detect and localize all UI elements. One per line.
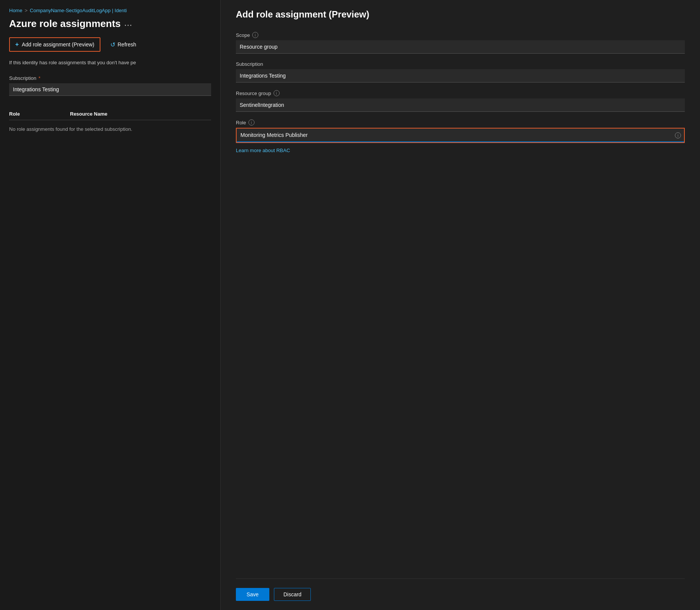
scope-label: Scope i — [236, 32, 685, 38]
resource-group-info-icon[interactable]: i — [274, 90, 280, 96]
subscription-label: Subscription * — [9, 75, 211, 81]
save-button[interactable]: Save — [236, 588, 269, 601]
scope-input[interactable] — [236, 40, 685, 54]
subscription-section: Subscription * — [9, 75, 211, 103]
ellipsis-menu-button[interactable]: ... — [124, 20, 132, 28]
breadcrumb-separator: > — [25, 8, 28, 13]
add-role-assignment-button[interactable]: + Add role assignment (Preview) — [9, 37, 100, 52]
breadcrumb-current[interactable]: CompanyName-SectigoAuditLogApp | Identi — [30, 8, 127, 13]
role-label: Role i — [236, 119, 685, 125]
breadcrumb-home[interactable]: Home — [9, 8, 22, 13]
toolbar: + Add role assignment (Preview) ↺ Refres… — [9, 37, 211, 52]
page-title: Azure role assignments ... — [9, 18, 211, 30]
refresh-icon: ↺ — [110, 41, 115, 48]
add-role-button-label: Add role assignment (Preview) — [22, 41, 94, 48]
discard-button[interactable]: Discard — [274, 588, 311, 601]
scope-info-icon[interactable]: i — [252, 32, 258, 38]
subscription-section-right: Subscription — [236, 61, 685, 83]
table-col-role-header: Role — [9, 111, 70, 117]
role-section: Role i i Learn more about RBAC — [236, 119, 685, 153]
role-input[interactable] — [237, 129, 684, 142]
table-header: Role Resource Name — [9, 111, 211, 120]
right-panel: Add role assignment (Preview) Scope i Su… — [221, 0, 700, 610]
required-star: * — [38, 75, 40, 81]
resource-group-section: Resource group i — [236, 90, 685, 112]
page-title-text: Azure role assignments — [9, 18, 121, 30]
subscription-input-right[interactable] — [236, 69, 685, 83]
role-input-wrapper: i — [236, 128, 685, 143]
info-text: If this identity has role assignments th… — [9, 59, 211, 66]
role-info-icon[interactable]: i — [248, 119, 255, 125]
role-value-info-icon[interactable]: i — [675, 132, 681, 138]
table-empty-message: No role assignments found for the select… — [9, 123, 211, 135]
resource-group-input[interactable] — [236, 98, 685, 112]
subscription-input[interactable] — [9, 83, 211, 96]
table-col-resource-header: Resource Name — [70, 111, 211, 117]
form-footer: Save Discard — [236, 578, 685, 601]
breadcrumb: Home > CompanyName-SectigoAuditLogApp | … — [9, 8, 211, 13]
refresh-button-label: Refresh — [118, 41, 136, 48]
subscription-label-right: Subscription — [236, 61, 685, 67]
plus-icon: + — [15, 41, 19, 48]
right-panel-title: Add role assignment (Preview) — [236, 9, 685, 20]
learn-more-rbac-link[interactable]: Learn more about RBAC — [236, 148, 290, 153]
left-panel: Home > CompanyName-SectigoAuditLogApp | … — [0, 0, 221, 610]
scope-section: Scope i — [236, 32, 685, 54]
resource-group-label: Resource group i — [236, 90, 685, 96]
refresh-button[interactable]: ↺ Refresh — [107, 38, 140, 51]
